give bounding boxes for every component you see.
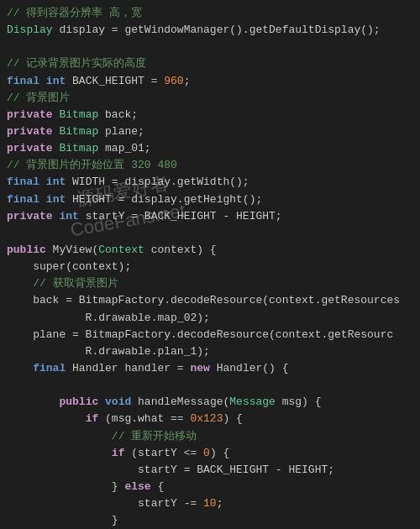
code-line-25: if (msg.what == 0x123) { (7, 411, 413, 427)
code-line-5: final int BACK_HEIGHT = 960; (7, 73, 413, 90)
code-line-11: final int WIDTH = display.getWidth(); (7, 174, 413, 191)
code-line-16: super(context); (7, 259, 413, 275)
code-line-28: startY = BACK_HEIGHT - HEIGHT; (7, 462, 413, 479)
code-line-27: if (startY <= 0) { (7, 445, 413, 462)
code-line-15: public MyView(Context context) { (7, 242, 413, 259)
code-editor: // 得到容器分辨率 高，宽 Display display = getWind… (0, 0, 420, 529)
code-line-9: private Bitmap map_01; (7, 140, 413, 157)
code-line-10: // 背景图片的开始位置 320 480 (7, 157, 413, 174)
code-line-24: public void handleMessage(Message msg) { (7, 394, 413, 411)
code-line-22: final Handler handler = new Handler() { (7, 360, 413, 377)
code-line-4: // 记录背景图片实际的高度 (7, 55, 413, 72)
code-line-13: private int startY = BACK_HEIGHT - HEIGH… (7, 208, 413, 225)
code-line-19: R.drawable.map_02); (7, 310, 413, 327)
code-line-6: // 背景图片 (7, 90, 413, 107)
code-line-26: // 重新开始移动 (7, 428, 413, 445)
code-line-18: back = BitmapFactory.decodeResource(cont… (7, 292, 413, 309)
code-line-7: private Bitmap back; (7, 107, 413, 123)
code-line-30: startY -= 10; (7, 495, 413, 512)
code-line-12: final int HEIGHT = display.getHeight(); (7, 191, 413, 208)
code-line-20: plane = BitmapFactory.decodeResource(con… (7, 327, 413, 343)
code-line-17: // 获取背景图片 (7, 275, 413, 292)
code-line-31: } (7, 512, 413, 529)
code-line-2: Display display = getWindowManager().get… (7, 22, 413, 39)
code-line-21: R.drawable.plan_1); (7, 343, 413, 360)
code-line-1: // 得到容器分辨率 高，宽 (7, 5, 413, 22)
code-line-8: private Bitmap plane; (7, 123, 413, 140)
code-line-23 (7, 377, 413, 394)
code-line-3 (7, 39, 413, 55)
code-line-14 (7, 225, 413, 242)
code-line-29: } else { (7, 479, 413, 495)
